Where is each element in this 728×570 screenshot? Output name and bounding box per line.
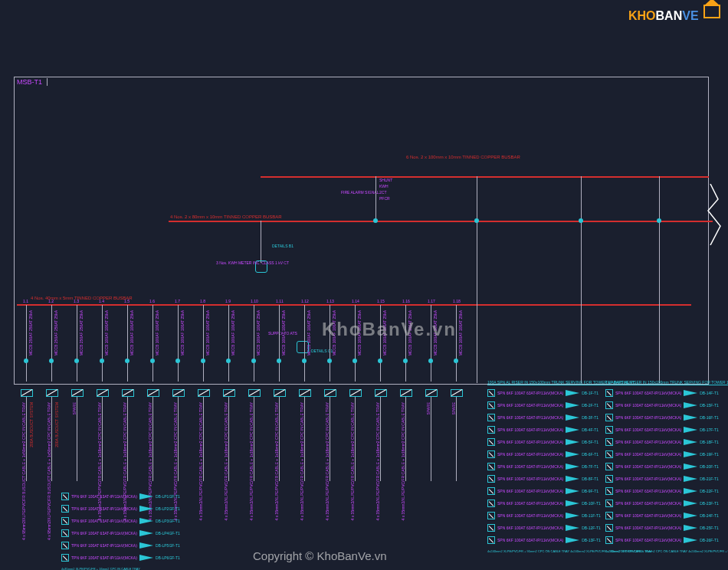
- db-row: SPN 6KF 100AT 63AT-IP/11kV(MCKA)DB-24F-T…: [605, 509, 728, 522]
- pfcr-label: PFCR: [379, 196, 390, 201]
- db-breaker-icon: [487, 524, 495, 532]
- bus-node: [579, 218, 583, 223]
- db-dest-text: DB-4F-T1: [582, 428, 598, 432]
- db-arrow-icon: [139, 555, 153, 561]
- db-arrow-icon: [566, 537, 579, 543]
- branch-node: [201, 359, 205, 363]
- mccb-label: MCCB 100AF 100AT 25kA: [155, 310, 159, 355]
- branch-number: 1.10: [251, 299, 258, 303]
- db-mcb-text: TPN 6KF 100AT 63AT-IP/11kV(MCKA): [71, 543, 137, 548]
- db-breaker-icon: [605, 487, 613, 495]
- db-mcb-text: SPN 6KF 100AT 63AT-IP/11kV(MCKA): [615, 391, 681, 395]
- db-dest-text: DB-7F-T1: [582, 464, 598, 469]
- db-arrow-icon: [566, 414, 579, 421]
- branch-node: [49, 359, 54, 363]
- busbar-low-label: 4 Nos. 40mm x 5mm TINNED COPPER BUSBAR: [31, 296, 133, 300]
- db-dest-text: DB-LP1GF-T1: [156, 494, 180, 499]
- db-row: TPN 6KF 100AT 63AT-IP/11kV(MCKA)DB-LP2GF…: [61, 503, 180, 515]
- db-dest-text: DB-1F-T1: [582, 391, 598, 395]
- db-arrow-icon: [684, 427, 697, 433]
- db-row: SPN 6KF 100AT 63AT-IP/11kV(MCKA)DB-18F-T…: [605, 436, 728, 448]
- branch-number: 1.17: [428, 299, 435, 303]
- db-mcb-text: TPN 6KF 100AT 63AT-IP/11kV(MCKA): [71, 531, 137, 536]
- busbar-mid-label: 4 Nos. 2 x 80mm x 10mm TINNED COPPER BUS…: [170, 215, 282, 219]
- branch-number: 1.7: [175, 299, 180, 303]
- db-mcb-text: SPN 6KF 100AT 63AT-IP/11kV(MCKA): [497, 428, 563, 432]
- branch-number: 1.6: [149, 299, 155, 303]
- branch-number: 1.18: [453, 299, 461, 303]
- drop-line: [581, 176, 582, 383]
- db-dest-text: DB-25F-T1: [700, 526, 719, 530]
- db-dest-text: DB-9F-T1: [582, 489, 598, 493]
- break-mark-icon: [707, 184, 722, 248]
- cable-label: 4 x 35mm2/XLPE/PVC/FR CABLE + 1x16mm2 CP…: [249, 402, 254, 520]
- db-breaker-icon: [487, 450, 495, 458]
- db-arrow-icon: [566, 464, 579, 470]
- db-mcb-text: SPN 6KF 100AT 63AT-IP/11kV(MCKA): [497, 477, 563, 481]
- branch-number: 1.8: [200, 299, 205, 303]
- branch-node: [125, 359, 130, 363]
- branch-node: [251, 359, 256, 363]
- branch-number: 1.13: [326, 299, 334, 303]
- bus-node: [474, 218, 479, 223]
- db-arrow-icon: [684, 402, 697, 408]
- db-breaker-icon: [487, 475, 495, 483]
- db-breaker-icon: [605, 438, 613, 446]
- db-breaker-icon: [487, 414, 495, 421]
- db-breaker-icon: [605, 536, 613, 544]
- branch-line: [279, 305, 280, 382]
- db-arrow-icon: [139, 506, 153, 512]
- db-mcb-text: SPN 6KF 100AT 63AT-IP/11kV(MCKA): [497, 501, 563, 506]
- branch-line: [330, 305, 330, 382]
- fire-alarm-label: FIRE ALARM SIGNAL: [341, 190, 379, 195]
- drop-line: [375, 176, 376, 221]
- db-breaker-icon: [605, 389, 613, 397]
- db-breaker-icon: [605, 475, 613, 483]
- db-row: SPN 6KF 100AT 63AT-IP/11kV(MCKA)DB-17F-T…: [605, 424, 728, 436]
- db-arrow-icon: [684, 513, 697, 519]
- db-mcb-text: SPN 6KF 100AT 63AT-IP/11kV(MCKA): [497, 391, 563, 395]
- branch-number: 1.14: [352, 299, 359, 303]
- db-arrow-icon: [566, 513, 579, 519]
- db-dest-text: DB-11F-T1: [582, 513, 601, 518]
- db-breaker-icon: [487, 463, 495, 470]
- db-mcb-text: TPN 6KF 100AT 63AT-IP/11kV(MCKA): [71, 506, 137, 511]
- site-logo: KHOBANVE: [628, 6, 720, 23]
- cable-label: 4 x 95mm2/XLPE/PVC/FR BUSDUCT CABLE + 1x…: [47, 402, 51, 540]
- db-mcb-text: SPN 6KF 100AT 63AT-IP/11kV(MCKA): [615, 477, 681, 481]
- mccb-label: MCCB 250AF 250AT 25kA: [28, 310, 33, 355]
- branch-node: [454, 359, 458, 363]
- db-dest-text: DB-22F-T1: [700, 489, 719, 493]
- cable-label: 4 x 35mm2/XLPE/PVC/FR CABLE + 1x16mm2 CP…: [198, 402, 203, 520]
- busbar-mid: [169, 221, 713, 222]
- details-b1: DETAILS B1: [272, 244, 293, 248]
- db-row: SPN 6KF 100AT 63AT-IP/11kV(MCKA)DB-26F-T…: [605, 534, 728, 546]
- db-arrow-icon: [566, 390, 579, 396]
- db-breaker-icon: [61, 517, 69, 525]
- kwh-label: KWH: [379, 184, 389, 188]
- db-breaker-icon: [605, 524, 613, 532]
- branch-line: [152, 305, 153, 382]
- branch-line: [26, 305, 27, 382]
- db-mcb-text: SPN 6KF 100AT 63AT-IP/11kV(MCKA): [615, 403, 681, 408]
- branch-node: [277, 359, 281, 363]
- branch-line: [405, 305, 406, 382]
- db-breaker-icon: [487, 512, 495, 519]
- db-mcb-text: SPN 6KF 100AT 63AT-IP/11kV(MCKA): [497, 403, 563, 408]
- db-arrow-icon: [566, 488, 579, 494]
- db-arrow-icon: [139, 493, 153, 500]
- db-arrow-icon: [684, 488, 697, 494]
- db-mcb-text: SPN 6KF 100AT 63AT-IP/11kV(MCKA): [615, 428, 681, 432]
- db-breaker-icon: [605, 401, 613, 409]
- db-mcb-text: SPN 6KF 100AT 63AT-IP/11kV(MCKA): [497, 452, 563, 457]
- db-dest-text: DB-13F-T1: [582, 538, 601, 542]
- db-arrow-icon: [566, 500, 579, 506]
- branch-number: 1.3: [74, 299, 79, 303]
- db-arrow-icon: [566, 525, 579, 531]
- db-mcb-text: SPN 6KF 100AT 63AT-IP/11kV(MCKA): [615, 489, 681, 493]
- cable-label: 4 x 35mm2/XLPE/PVC/FR CABLE + 1x16mm2 CP…: [350, 402, 355, 520]
- branch-line: [228, 305, 229, 382]
- branch-number: 1.12: [301, 299, 309, 303]
- db-breaker-icon: [61, 493, 69, 500]
- watermark-bottom: Copyright © KhoBanVe.vn: [253, 549, 387, 562]
